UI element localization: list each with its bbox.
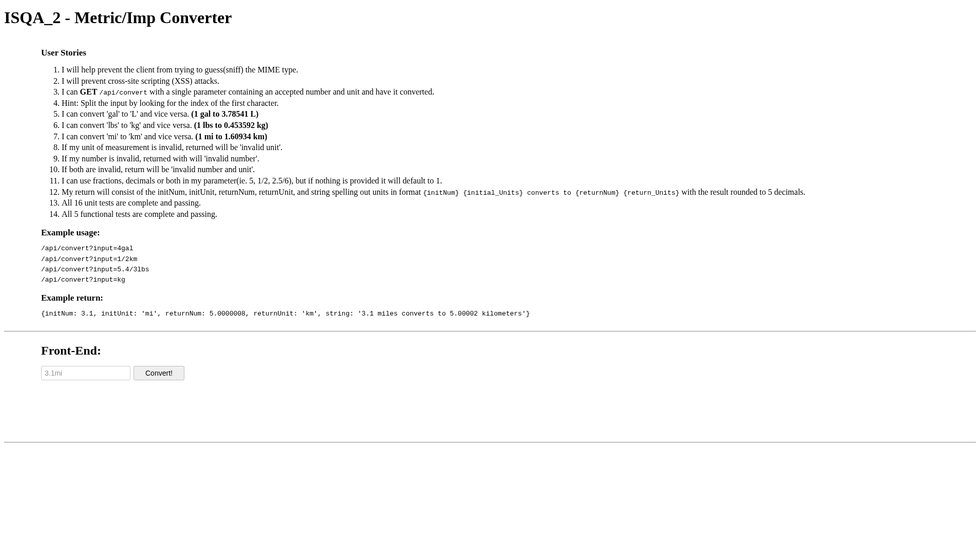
list-item: All 5 functional tests are complete and … [62, 209, 951, 220]
text: I can convert 'lbs' to 'kg' and vice ver… [62, 121, 194, 130]
code-line: {initNum: 3.1, initUnit: 'mi', returnNum… [41, 309, 951, 319]
front-end-heading: Front-End: [41, 344, 951, 358]
divider [4, 331, 976, 331]
convert-form: Convert! [41, 366, 951, 380]
code-line: /api/convert?input=5.4/3lbs [41, 265, 951, 274]
text-bold: GET [80, 87, 98, 96]
text: I can convert 'gal' to 'L' and vice vers… [62, 109, 191, 118]
code-line: /api/convert?input=4gal [41, 244, 951, 253]
list-item: Hint: Split the input by looking for the… [62, 98, 951, 109]
code-line: /api/convert?input=1/2km [41, 255, 951, 264]
example-usage-block: /api/convert?input=4gal /api/convert?inp… [41, 244, 951, 285]
list-item: I will prevent cross-site scripting (XSS… [62, 76, 951, 87]
text: My return will consist of the initNum, i… [62, 188, 423, 196]
page-title: ISQA_2 - Metric/Imp Converter [4, 8, 976, 27]
code-inline: {initNum} {initial_Units} converts to {r… [423, 189, 679, 197]
convert-button[interactable]: Convert! [134, 366, 184, 380]
code-inline: /api/convert [99, 89, 147, 97]
text-bold: (1 gal to 3.78541 L) [191, 109, 258, 118]
list-item: I can convert 'gal' to 'L' and vice vers… [62, 108, 951, 120]
text: with the result rounded to 5 decimals. [680, 188, 805, 196]
list-item: If my unit of measurement is invalid, re… [62, 142, 951, 153]
list-item: If my number is invalid, returned with w… [62, 153, 951, 164]
list-item: If both are invalid, return will be 'inv… [62, 164, 951, 175]
text: I can convert 'mi' to 'km' and vice vers… [62, 132, 195, 141]
text: with a single parameter containing an ac… [147, 87, 434, 96]
code-line: /api/convert?input=kg [41, 275, 951, 285]
user-stories-heading: User Stories [41, 48, 951, 58]
list-item: I can use fractions, decimals or both in… [62, 175, 951, 187]
text-bold: (1 lbs to 0.453592 kg) [194, 121, 268, 130]
list-item: I can convert 'lbs' to 'kg' and vice ver… [62, 120, 951, 131]
example-usage-heading: Example usage: [41, 228, 951, 238]
divider [4, 442, 976, 442]
text: I can [62, 87, 80, 96]
text-bold: (1 mi to 1.60934 km) [195, 132, 267, 141]
example-return-heading: Example return: [41, 293, 951, 303]
list-item: I can convert 'mi' to 'km' and vice vers… [62, 131, 951, 142]
convert-input[interactable] [41, 366, 130, 380]
list-item: I will help prevent the client from tryi… [62, 64, 951, 76]
user-stories-list: I will help prevent the client from tryi… [41, 64, 951, 219]
list-item: I can GET /api/convert with a single par… [62, 86, 951, 98]
list-item: My return will consist of the initNum, i… [62, 187, 951, 198]
list-item: All 16 unit tests are complete and passi… [62, 197, 951, 209]
